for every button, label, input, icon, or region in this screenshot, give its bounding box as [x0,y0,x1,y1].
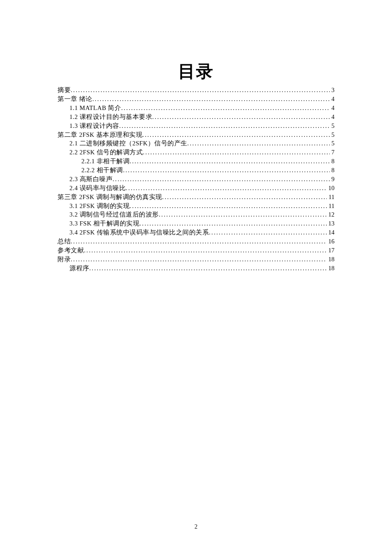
toc-entry-label: 源程序 [69,265,89,272]
toc-entry: 3.1 2FSK 调制的实现11 [58,201,334,210]
toc-entry-label: 附录 [58,256,71,263]
toc-leader-dots [92,96,330,102]
toc-entry-label: 2.1 二进制移频键控（2SFK）信号的产生 [69,140,187,147]
toc-leader-dots [71,87,330,93]
toc-entry-label: 3.1 2FSK 调制的实现 [69,203,130,209]
toc-entry-label: 1.3 课程设计内容 [69,123,119,129]
toc-entry-page: 4 [330,114,334,120]
toc-entry-label: 2.2.1 非相干解调 [81,158,130,165]
toc-entry: 3.3 FSK 相干解调的实现13 [58,219,334,228]
toc-entry-label: 第三章 2FSK 调制与解调的仿真实现 [58,194,162,200]
toc-entry: 第三章 2FSK 调制与解调的仿真实现11 [58,193,334,202]
toc-entry-label: 1.2 课程设计目的与基本要求 [69,114,152,120]
toc-entry-label: 3.4 2FSK 传输系统中误码率与信噪比之间的关系 [69,229,209,236]
toc-entry-page: 18 [327,256,335,263]
toc-entry: 2.4 误码率与信噪比10 [58,184,334,193]
toc-entry: 1.2 课程设计目的与基本要求4 [58,113,334,121]
toc-entry-label: 2.2.2 相干解调 [81,167,123,173]
toc-entry: 3.4 2FSK 传输系统中误码率与信噪比之间的关系14 [58,228,334,237]
page-title: 目录 [58,60,334,83]
toc-leader-dots [139,220,326,227]
toc-leader-dots [187,140,330,147]
toc-entry-label: 参考文献 [58,247,84,254]
toc-entry: 第一章 绪论4 [58,95,334,104]
toc-entry-label: 3.3 FSK 相干解调的实现 [69,220,139,227]
toc-entry: 2.2 2FSK 信号的解调方式7 [58,148,334,157]
toc-entry: 附录18 [58,255,334,264]
toc-entry-label: 摘要 [58,87,71,93]
toc-entry-label: 总结 [58,238,71,245]
toc-entry-page: 13 [327,220,335,227]
toc-leader-dots [126,185,326,191]
toc-entry-page: 16 [327,238,335,245]
toc-leader-dots [130,158,330,165]
toc-entry-page: 11 [327,194,334,200]
toc-entry-page: 4 [330,96,334,102]
toc-leader-dots [130,203,327,209]
toc-entry-page: 5 [330,132,334,138]
toc-entry-label: 3.2 调制信号经过信道后的波形 [69,211,159,218]
toc-entry-page: 9 [330,176,334,182]
toc-entry: 第二章 2FSK 基本原理和实现5 [58,130,334,139]
toc-leader-dots [121,105,330,111]
toc-entry-page: 4 [330,105,334,111]
toc-leader-dots [123,167,330,173]
toc-entry-label: 第二章 2FSK 基本原理和实现 [58,132,142,138]
toc-leader-dots [112,176,330,182]
toc-entry: 摘要3 [58,86,334,95]
toc-entry-label: 2.3 高斯白噪声 [69,176,112,182]
toc-leader-dots [84,247,327,254]
toc-entry: 2.1 二进制移频键控（2SFK）信号的产生5 [58,139,334,148]
toc-entry: 1.3 课程设计内容5 [58,121,334,130]
toc-leader-dots [119,123,330,129]
toc-entry-page: 11 [327,203,334,209]
toc-entry-page: 10 [327,185,335,191]
toc-entry-page: 17 [327,247,335,254]
toc-entry-page: 8 [330,158,334,165]
toc-entry-page: 7 [330,149,334,156]
toc-entry-label: 2.2 2FSK 信号的解调方式 [69,149,143,156]
toc-leader-dots [159,211,327,218]
toc-entry: 1.1 MATLAB 简介4 [58,104,334,113]
toc-entry-page: 5 [330,123,334,129]
toc-entry: 2.2.1 非相干解调8 [58,157,334,166]
toc-entry: 2.3 高斯白噪声9 [58,175,334,184]
toc-leader-dots [162,194,327,200]
page-number: 2 [0,523,392,530]
toc-entry-page: 5 [330,140,334,147]
toc-entry-page: 3 [330,87,334,93]
toc-entry-label: 第一章 绪论 [58,96,92,102]
toc-entry: 总结16 [58,237,334,246]
document-page: 目录 摘要3第一章 绪论41.1 MATLAB 简介41.2 课程设计目的与基本… [0,0,392,555]
toc-entry-page: 18 [327,265,335,272]
toc-entry: 参考文献17 [58,246,334,255]
toc-leader-dots [142,132,330,138]
toc-entry-label: 1.1 MATLAB 简介 [69,105,121,111]
toc-entry: 源程序18 [58,264,334,273]
toc-entry-page: 8 [330,167,334,173]
toc-leader-dots [71,256,327,263]
toc-entry-label: 2.4 误码率与信噪比 [69,185,126,191]
toc-entry: 3.2 调制信号经过信道后的波形12 [58,210,334,219]
toc-leader-dots [71,238,327,245]
toc-entry: 2.2.2 相干解调8 [58,166,334,175]
toc-leader-dots [143,149,330,156]
toc-leader-dots [209,229,326,236]
table-of-contents: 摘要3第一章 绪论41.1 MATLAB 简介41.2 课程设计目的与基本要求4… [58,86,334,272]
toc-entry-page: 12 [327,211,335,218]
toc-entry-page: 14 [327,229,335,236]
toc-leader-dots [152,114,330,120]
toc-leader-dots [89,265,327,272]
